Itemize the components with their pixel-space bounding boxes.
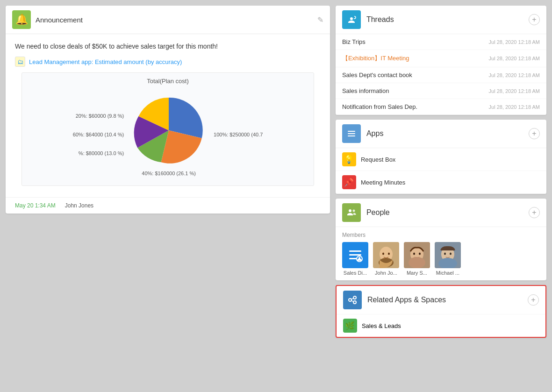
svg-line-30 [351,300,353,301]
member-sales[interactable]: Sales Di... [342,242,368,276]
thread-date-4: Jul 28, 2020 12:18 AM [489,104,540,110]
people-section: Members Sales Di... [336,227,546,280]
pie-label-bottom: 40%: $160000 (26.1 %) [142,171,196,176]
member-michael[interactable]: Michael ... [435,242,461,276]
svg-point-0 [350,17,353,20]
meeting-minutes-label: Meeting Minutes [361,179,405,186]
people-icon [342,203,361,222]
threads-header: Threads + [336,6,546,34]
related-app-item-0[interactable]: 🌿 Sales & Leads [337,314,545,337]
member-mary[interactable]: Mary S... [404,242,430,276]
svg-point-27 [353,296,356,299]
member-john[interactable]: John Jo... [373,242,399,276]
svg-rect-2 [348,133,355,134]
svg-point-20 [409,257,425,268]
thread-name-0: Biz Trips [342,38,366,45]
app-item-1[interactable]: 📌 Meeting Minutes [336,171,546,194]
related-add-button[interactable]: + [528,294,539,306]
threads-icon [342,10,361,29]
member-avatar-michael [435,242,461,268]
svg-point-23 [444,253,446,255]
app-link-icon: 🗂 [15,57,25,67]
thread-date-2: Jul 28, 2020 12:18 AM [489,72,540,78]
announcement-card: 🔔 Announcement ✎ We need to close deals … [6,6,330,214]
member-name-sales: Sales Di... [344,270,367,276]
people-card: People + Members [336,199,546,280]
apps-title: Apps [366,129,523,138]
pie-label-1: 20%: $60000 (9.8 %) [73,113,124,119]
related-icon [343,291,362,309]
thread-list: Biz Trips Jul 28, 2020 12:18 AM 【Exhibit… [336,34,546,115]
svg-point-13 [382,253,384,255]
member-name-john: John Jo... [375,270,397,276]
meeting-minutes-icon: 📌 [342,175,356,189]
sales-leads-label: Sales & Leads [362,322,401,329]
thread-date-3: Jul 28, 2020 12:18 AM [489,88,540,94]
member-name-mary: Mary S... [407,270,427,276]
threads-add-button[interactable]: + [529,14,540,25]
announcement-footer: May 20 1:34 AM John Jones [6,197,330,214]
announcement-title: Announcement [36,16,313,24]
svg-rect-7 [349,254,361,256]
footer-date: May 20 1:34 AM [15,202,56,209]
svg-rect-6 [349,250,361,252]
pie-label-3: %: $80000 (13.0 %) [73,150,124,156]
svg-point-19 [419,253,421,255]
related-header: Related Apps & Spaces + [337,286,545,314]
pie-labels-right: 100%: $250000 (40.7 [214,132,263,137]
member-avatar-sales [342,242,368,268]
apps-add-button[interactable]: + [529,128,540,139]
pie-label-right: 100%: $250000 (40.7 [214,132,263,137]
announcement-text: We need to close deals of $50K to achiev… [15,43,321,50]
thread-item-4[interactable]: Notification from Sales Dep. Jul 28, 202… [336,99,546,115]
announcement-header: 🔔 Announcement ✎ [6,6,330,34]
thread-date-1: Jul 28, 2020 12:18 AM [489,56,540,61]
svg-point-14 [388,253,390,255]
thread-item-2[interactable]: Sales Dept's contact book Jul 28, 2020 1… [336,67,546,83]
announcement-icon: 🔔 [12,10,31,29]
thread-date-0: Jul 28, 2020 12:18 AM [489,39,540,45]
member-name-michael: Michael ... [436,270,459,276]
app-item-0[interactable]: 💡 Request Box [336,148,546,171]
app-link[interactable]: 🗂 Lead Management app: Estimated amount … [15,57,321,67]
right-panel: Threads + Biz Trips Jul 28, 2020 12:18 A… [336,6,546,338]
svg-rect-1 [348,131,355,132]
sales-leads-icon: 🌿 [343,319,357,333]
svg-rect-8 [349,258,357,259]
related-title: Related Apps & Spaces [367,296,522,304]
members-label: Members [342,232,540,238]
thread-name-2: Sales Dept's contact book [342,71,412,78]
thread-name-3: Sales information [342,87,389,94]
threads-title: Threads [366,15,523,24]
people-header: People + [336,199,546,227]
footer-author: John Jones [65,202,93,209]
threads-card: Threads + Biz Trips Jul 28, 2020 12:18 A… [336,6,546,115]
pie-label-2: 60%: $64000 (10.4 %) [73,132,124,137]
svg-rect-3 [348,135,355,136]
svg-point-4 [349,209,351,212]
svg-point-5 [352,210,355,212]
thread-item-0[interactable]: Biz Trips Jul 28, 2020 12:18 AM [336,34,546,50]
chart-wrapper: 20%: $60000 (9.8 %) 60%: $64000 (10.4 %)… [27,88,309,181]
chart-container: Total(Plan cost) 20%: $60000 (9.8 %) 60%… [22,72,314,186]
member-avatar-john [373,242,399,268]
announcement-body: We need to close deals of $50K to achiev… [6,34,330,197]
thread-item-1[interactable]: 【Exhibition】IT Meeting Jul 28, 2020 12:1… [336,50,546,67]
members-row: Sales Di... [342,242,540,276]
apps-header: Apps + [336,120,546,148]
edit-icon[interactable]: ✎ [317,15,323,24]
svg-point-26 [349,299,351,301]
svg-point-28 [353,301,356,304]
thread-item-3[interactable]: Sales information Jul 28, 2020 12:18 AM [336,83,546,99]
svg-point-24 [450,253,452,255]
people-add-button[interactable]: + [529,207,540,218]
apps-card: Apps + 💡 Request Box 📌 Meeting Minutes [336,120,546,194]
svg-point-18 [413,253,415,255]
people-title: People [366,208,523,217]
member-avatar-mary [404,242,430,268]
apps-icon [342,124,361,143]
app-items: 💡 Request Box 📌 Meeting Minutes [336,148,546,194]
request-box-icon: 💡 [342,152,356,166]
request-box-label: Request Box [361,156,395,163]
pie-svg-wrap: 40%: $160000 (26.1 %) [131,93,206,176]
